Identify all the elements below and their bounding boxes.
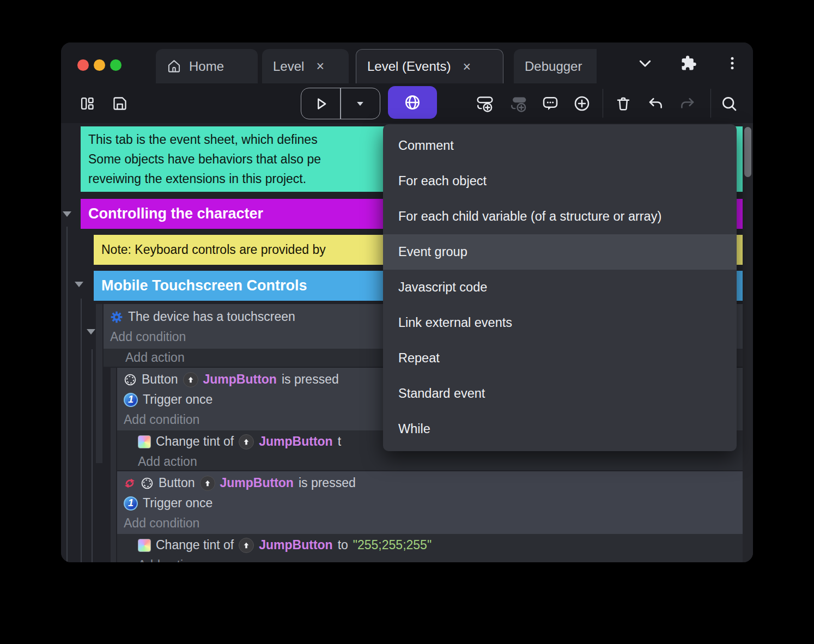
object-name: JumpButton [259, 434, 332, 449]
menu-item-link-external-events[interactable]: Link external events [383, 305, 737, 341]
menu-item-while[interactable]: While [383, 411, 737, 447]
gear-icon [110, 311, 123, 324]
toolbar-divider [603, 89, 603, 118]
traffic-light-zoom[interactable] [110, 59, 122, 71]
main-menu-button[interactable] [718, 50, 746, 76]
menu-item-repeat[interactable]: Repeat [383, 341, 737, 376]
menu-item-event-group[interactable]: Event group [383, 234, 737, 270]
comment-bubble-icon [542, 95, 559, 112]
add-button[interactable] [568, 83, 596, 123]
preview-split-button [301, 88, 380, 119]
event-block-jump-not-pressed[interactable]: Button JumpButton is pressed 1 Trigger o… [117, 471, 743, 534]
preview-options-button[interactable] [341, 88, 380, 119]
object-name: JumpButton [220, 476, 294, 490]
tab-bar: Home Level × Level (Events) × Debugger [61, 42, 753, 83]
tab-debugger-label: Debugger [525, 59, 582, 74]
toolbar-divider [710, 89, 711, 118]
condition-row-trigger-once[interactable]: 1 Trigger once [117, 493, 743, 513]
collapse-event-toggle[interactable] [87, 329, 95, 335]
undo-button[interactable] [641, 83, 670, 123]
add-action-link[interactable]: Add action [117, 555, 743, 562]
context-menu-add-event-type: Comment For each object For each child v… [383, 124, 737, 451]
play-icon [313, 96, 329, 111]
trigger-once-icon: 1 [124, 393, 138, 407]
menu-item-comment[interactable]: Comment [383, 128, 737, 163]
menu-item-javascript-code[interactable]: Javascript code [383, 270, 737, 305]
group-title: Mobile Touchscreen Controls [101, 277, 307, 294]
tint-rainbow-icon [138, 539, 151, 552]
event-margin-rail [111, 368, 116, 562]
jumpbutton-object-icon [183, 372, 198, 387]
tab-home-label: Home [189, 59, 224, 74]
tab-level-events[interactable]: Level (Events) × [356, 49, 503, 83]
jumpbutton-object-icon [239, 434, 254, 449]
tab-debugger[interactable]: Debugger [514, 49, 597, 83]
menu-item-for-each-child-variable[interactable]: For each child variable (of a structure … [383, 199, 737, 234]
jumpbutton-object-icon [200, 476, 215, 491]
tab-home[interactable]: Home [156, 49, 258, 83]
menu-item-standard-event[interactable]: Standard event [383, 376, 737, 411]
tab-level-close-icon[interactable]: × [316, 59, 324, 73]
kebab-menu-icon [724, 55, 740, 71]
add-action-link[interactable]: Add action [117, 452, 743, 472]
add-event-icon [476, 94, 494, 113]
object-name: JumpButton [259, 538, 332, 552]
tint-value: "255;255;255" [353, 538, 432, 552]
save-button[interactable] [106, 83, 134, 123]
vertical-scrollbar[interactable] [743, 123, 753, 562]
home-icon [167, 59, 181, 74]
menu-item-for-each-object[interactable]: For each object [383, 163, 737, 199]
tab-level[interactable]: Level × [262, 49, 349, 83]
condition-text: The device has a touchscreen [128, 309, 295, 324]
delete-button[interactable] [609, 83, 637, 123]
indent-guide [66, 227, 68, 562]
toggle-panels-button[interactable] [73, 83, 101, 123]
condition-row-button-not-pressed[interactable]: Button JumpButton is pressed [117, 473, 743, 493]
layout-panels-icon [80, 96, 95, 111]
button-object-icon [141, 477, 154, 490]
globe-icon [404, 94, 421, 111]
trigger-once-icon: 1 [124, 496, 138, 511]
redo-icon [679, 95, 696, 112]
object-name: JumpButton [203, 372, 277, 387]
tab-level-label: Level [273, 59, 304, 74]
screen-background: Home Level × Level (Events) × Debugger [0, 0, 814, 644]
event-margin-rail [96, 304, 102, 463]
preview-play-button[interactable] [301, 88, 340, 119]
save-icon [112, 96, 127, 111]
traffic-light-close[interactable] [77, 59, 89, 71]
toolbar [61, 83, 753, 123]
tab-level-events-label: Level (Events) [367, 59, 451, 74]
add-comment-button[interactable] [536, 83, 564, 123]
indent-guide [92, 349, 93, 562]
add-sub-event-icon [509, 94, 528, 113]
inverted-condition-icon [124, 477, 136, 489]
redo-button[interactable] [673, 83, 702, 123]
add-circle-icon [573, 95, 591, 112]
comment-line: Note: Keyboard controls are provided by [101, 242, 326, 257]
add-event-button[interactable] [471, 83, 499, 123]
remote-preview-button[interactable] [388, 86, 437, 119]
collapse-group-toggle[interactable] [63, 211, 71, 217]
indent-guide [81, 299, 82, 562]
puzzle-piece-icon [681, 55, 697, 71]
tint-rainbow-icon [138, 435, 151, 448]
action-area-jump-not-pressed[interactable]: Change tint of JumpButton to "255;255;25… [117, 534, 743, 562]
search-button[interactable] [715, 83, 743, 123]
scrollbar-thumb[interactable] [744, 127, 751, 177]
add-condition-link[interactable]: Add condition [117, 513, 743, 533]
collapse-group-toggle[interactable] [75, 282, 83, 287]
tab-level-events-close-icon[interactable]: × [463, 60, 471, 74]
tab-list-button[interactable] [631, 50, 659, 76]
chevron-down-icon [637, 55, 653, 71]
action-row-change-tint-white[interactable]: Change tint of JumpButton to "255;255;25… [117, 535, 743, 555]
addons-button[interactable] [675, 50, 703, 76]
group-title: Controlling the character [88, 205, 263, 222]
button-object-icon [124, 373, 137, 386]
undo-icon [647, 95, 664, 112]
trash-icon [615, 95, 631, 112]
caret-down-icon [355, 98, 366, 109]
add-sub-event-button[interactable] [505, 83, 533, 123]
traffic-light-minimize[interactable] [94, 59, 105, 71]
jumpbutton-object-icon [239, 538, 254, 553]
